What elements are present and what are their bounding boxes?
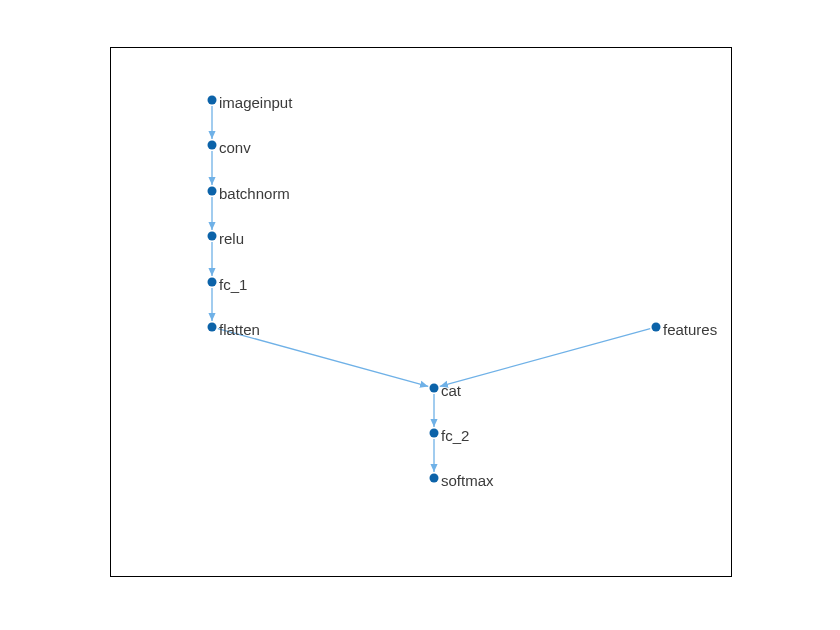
node-cat — [430, 384, 439, 393]
node-label-relu: relu — [219, 230, 244, 247]
edge-features-cat — [440, 329, 650, 387]
node-features — [652, 323, 661, 332]
node-batchnorm — [208, 187, 217, 196]
node-imageinput — [208, 96, 217, 105]
node-label-batchnorm: batchnorm — [219, 185, 290, 202]
node-label-softmax: softmax — [441, 472, 494, 489]
node-label-flatten: flatten — [219, 321, 260, 338]
node-label-features: features — [663, 321, 717, 338]
node-label-imageinput: imageinput — [219, 94, 292, 111]
node-label-fc_2: fc_2 — [441, 427, 469, 444]
node-label-conv: conv — [219, 139, 251, 156]
node-fc_1 — [208, 278, 217, 287]
node-label-fc_1: fc_1 — [219, 276, 247, 293]
node-fc_2 — [430, 429, 439, 438]
node-relu — [208, 232, 217, 241]
edges-layer — [111, 48, 731, 576]
node-label-cat: cat — [441, 382, 461, 399]
diagram-canvas: imageinputconvbatchnormrelufc_1flattenfe… — [110, 47, 732, 577]
node-softmax — [430, 474, 439, 483]
node-flatten — [208, 323, 217, 332]
node-conv — [208, 141, 217, 150]
